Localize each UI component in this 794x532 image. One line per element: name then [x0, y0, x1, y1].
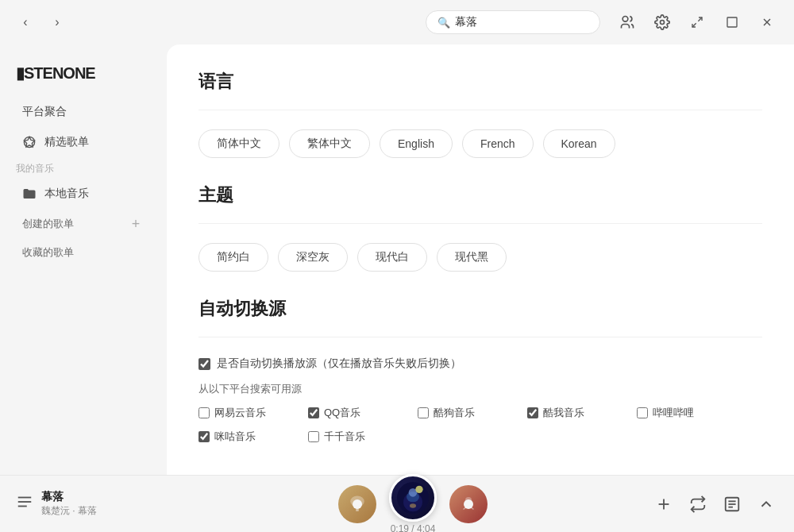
- queue-button[interactable]: [16, 493, 33, 515]
- auto-switch-label: 是否自动切换播放源（仅在播放音乐失败后切换）: [217, 357, 461, 371]
- chevron-up-button[interactable]: [754, 490, 778, 519]
- bilibili-checkbox[interactable]: [637, 407, 648, 418]
- platform-migu: 咪咕音乐: [198, 430, 286, 444]
- loop-icon: [689, 495, 707, 513]
- platform-kugou: 酷狗音乐: [418, 406, 505, 420]
- sidebar-item-collected-playlist[interactable]: 收藏的歌单: [6, 241, 160, 264]
- kugou-checkbox[interactable]: [418, 407, 429, 418]
- auto-switch-checkbox[interactable]: [198, 358, 210, 370]
- album-art-main[interactable]: [389, 474, 437, 522]
- migu-checkbox[interactable]: [198, 431, 210, 442]
- minimize-icon: [691, 16, 703, 29]
- svg-point-20: [465, 497, 472, 503]
- svg-point-12: [350, 495, 364, 507]
- sidebar-item-local-music[interactable]: 本地音乐: [6, 180, 160, 207]
- language-divider: [198, 110, 762, 110]
- lyrics-icon: [723, 495, 741, 513]
- sidebar-my-music-label: 我的音乐: [0, 159, 167, 177]
- theme-pill-group: 简约白 深空灰 现代白 现代黑: [198, 243, 762, 272]
- lyrics-button[interactable]: [719, 490, 744, 519]
- album-art-right[interactable]: [449, 485, 488, 523]
- forward-button[interactable]: ›: [44, 10, 70, 35]
- language-pill-english[interactable]: English: [380, 129, 453, 158]
- auto-switch-section: 自动切换源 是否自动切换播放源（仅在播放音乐失败后切换） 从以下平台搜索可用源 …: [198, 297, 762, 444]
- svg-line-3: [692, 23, 696, 27]
- maximize-window-button[interactable]: [718, 8, 746, 37]
- qq-checkbox[interactable]: [308, 407, 319, 418]
- nav-buttons: ‹ ›: [13, 10, 70, 35]
- loop-button[interactable]: [685, 490, 710, 519]
- theme-pill-modern-white[interactable]: 现代白: [357, 243, 427, 272]
- close-icon: [761, 16, 773, 29]
- gear-icon: [654, 14, 670, 30]
- kuwo-label: 酷我音乐: [543, 406, 584, 420]
- theme-pill-simple-white[interactable]: 简约白: [198, 243, 268, 272]
- platform-search-label: 从以下平台搜索可用源: [198, 382, 762, 396]
- sidebar-item-label: 精选歌单: [44, 135, 89, 149]
- sidebar-item-created-playlist[interactable]: 创建的歌单 +: [6, 210, 160, 237]
- theme-pill-modern-black[interactable]: 现代黑: [437, 243, 507, 272]
- search-icon: 🔍: [437, 17, 450, 29]
- platform-list-2: 咪咕音乐 千千音乐: [198, 430, 762, 444]
- theme-section: 主题 简约白 深空灰 现代白 现代黑: [198, 183, 762, 272]
- search-input[interactable]: [455, 16, 588, 29]
- sidebar-item-label: 本地音乐: [44, 187, 89, 201]
- sidebar: ▮STENONE 平台聚合 精选歌单 我的音乐 本地音乐 创建的歌单 + 收藏的…: [0, 44, 167, 475]
- language-pill-simplified[interactable]: 简体中文: [198, 129, 279, 158]
- queue-icon: [16, 493, 33, 511]
- platform-kuwo: 酷我音乐: [527, 406, 615, 420]
- chevron-up-icon: [757, 495, 775, 513]
- album-art-left[interactable]: [338, 485, 376, 523]
- sidebar-item-platform[interactable]: 平台聚合: [6, 98, 160, 125]
- language-pill-korean[interactable]: Korean: [543, 129, 615, 158]
- player-right: [651, 490, 778, 519]
- album-art-right-icon: [458, 494, 479, 515]
- search-box: 🔍: [426, 10, 600, 34]
- minimize-window-button[interactable]: [683, 8, 711, 37]
- language-pill-french[interactable]: French: [462, 129, 534, 158]
- add-playlist-button[interactable]: +: [127, 215, 145, 233]
- auto-switch-checkbox-row: 是否自动切换播放源（仅在播放音乐失败后切换）: [198, 357, 762, 371]
- theme-pill-deep-gray[interactable]: 深空灰: [278, 243, 348, 272]
- settings-icon-button[interactable]: [648, 8, 676, 37]
- migu-label: 咪咕音乐: [214, 430, 256, 444]
- platform-bilibili: 哔哩哔哩: [637, 406, 724, 420]
- kuwo-checkbox[interactable]: [527, 407, 538, 418]
- people-icon-button[interactable]: [613, 8, 642, 37]
- add-icon: [655, 495, 673, 513]
- star-icon: [22, 135, 37, 149]
- add-to-playlist-button[interactable]: [651, 490, 676, 519]
- platform-qianqian: 千千音乐: [308, 430, 395, 444]
- logo: ▮STENONE: [0, 57, 167, 95]
- sidebar-item-label: 创建的歌单: [22, 217, 74, 231]
- main-layout: ▮STENONE 平台聚合 精选歌单 我的音乐 本地音乐 创建的歌单 + 收藏的…: [0, 44, 794, 475]
- svg-rect-13: [356, 505, 359, 511]
- back-button[interactable]: ‹: [13, 10, 38, 35]
- sidebar-item-featured[interactable]: 精选歌单: [6, 129, 160, 156]
- svg-point-19: [410, 503, 416, 507]
- player-left: 幕落 魏楚沅 · 幕落: [16, 490, 175, 518]
- content-area: 语言 简体中文 繁体中文 English French Korean 主题 简约…: [167, 44, 794, 475]
- theme-title: 主题: [198, 183, 762, 207]
- player-time: 0:19 / 4:04: [391, 523, 436, 533]
- qq-label: QQ音乐: [324, 406, 360, 420]
- platform-qq: QQ音乐: [308, 406, 395, 420]
- qianqian-checkbox[interactable]: [308, 431, 319, 442]
- sidebar-item-label: 收藏的歌单: [22, 245, 74, 260]
- platform-list: 网易云音乐 QQ音乐 酷狗音乐 酷我音乐 哔哩哔哩: [198, 406, 762, 420]
- auto-switch-divider: [198, 337, 762, 337]
- language-section: 语言 简体中文 繁体中文 English French Korean: [198, 70, 762, 158]
- svg-point-1: [661, 21, 665, 25]
- player-artist: 魏楚沅 · 幕落: [41, 504, 97, 518]
- netease-checkbox[interactable]: [198, 407, 210, 418]
- main-album-art-icon: [397, 482, 429, 514]
- theme-divider: [198, 223, 762, 224]
- language-pill-group: 简体中文 繁体中文 English French Korean: [198, 129, 762, 158]
- platform-netease: 网易云音乐: [198, 406, 286, 420]
- svg-point-18: [415, 485, 422, 492]
- close-window-button[interactable]: [753, 8, 781, 37]
- album-art-icon: [346, 493, 368, 515]
- language-pill-traditional[interactable]: 繁体中文: [289, 129, 370, 158]
- topbar-icons: [613, 8, 781, 37]
- svg-point-0: [622, 17, 628, 22]
